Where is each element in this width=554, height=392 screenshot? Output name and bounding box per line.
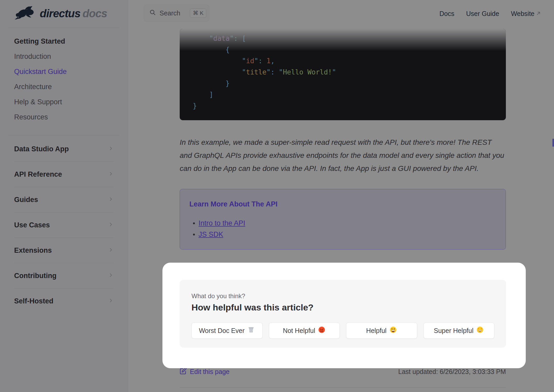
star-struck-emoji-icon [476, 326, 484, 335]
page: directusdocs Getting Started Introductio… [0, 0, 554, 392]
enraged-face-emoji-icon [318, 326, 326, 335]
feedback-kicker: What do you think? [191, 292, 494, 300]
feedback-button-label: Not Helpful [283, 327, 315, 335]
feedback-button-worst-doc-ever[interactable]: Worst Doc Ever [191, 322, 263, 339]
feedback-button-label: Super Helpful [434, 327, 473, 335]
grinning-face-emoji-icon [389, 326, 397, 335]
feedback-button-super-helpful[interactable]: Super Helpful [423, 322, 495, 339]
feedback-button-label: Worst Doc Ever [199, 327, 245, 335]
feedback-title: How helpful was this article? [191, 302, 494, 313]
feedback-card: What do you think? How helpful was this … [180, 280, 506, 348]
feedback-button-helpful[interactable]: Helpful [346, 322, 417, 339]
feedback-button-label: Helpful [366, 327, 387, 335]
feedback-buttons: Worst Doc Ever Not Helpful Helpful [191, 322, 494, 339]
feedback-spotlight: What do you think? How helpful was this … [162, 263, 526, 368]
wastebasket-emoji-icon [247, 326, 255, 335]
feedback-button-not-helpful[interactable]: Not Helpful [269, 322, 340, 339]
